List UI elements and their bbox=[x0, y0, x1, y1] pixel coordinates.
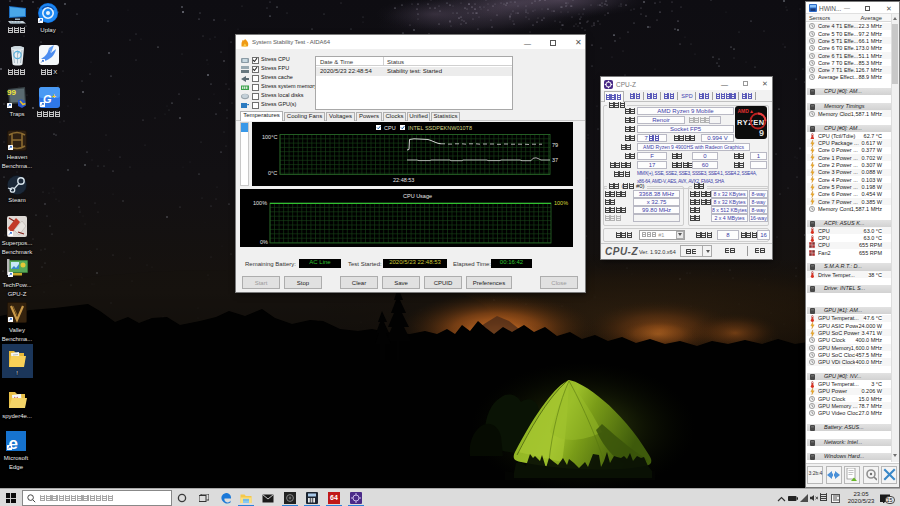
svg-text:22:48:53: 22:48:53 bbox=[393, 177, 414, 183]
svg-text:0°C: 0°C bbox=[268, 170, 277, 176]
svg-text:100°C: 100°C bbox=[262, 134, 277, 140]
svg-text:99: 99 bbox=[7, 88, 16, 97]
svg-text:100%: 100% bbox=[253, 200, 267, 206]
svg-text:AMD▲: AMD▲ bbox=[738, 108, 754, 114]
svg-text:CPU Usage: CPU Usage bbox=[403, 193, 432, 199]
svg-text:79: 79 bbox=[552, 142, 558, 148]
svg-text:100%: 100% bbox=[554, 200, 568, 206]
svg-text:e: e bbox=[9, 434, 18, 453]
svg-text:INTEL SSDPEKNW010T8: INTEL SSDPEKNW010T8 bbox=[408, 125, 472, 131]
svg-text:37: 37 bbox=[552, 157, 558, 163]
svg-text:+: + bbox=[52, 93, 56, 100]
svg-text:CPU: CPU bbox=[384, 125, 396, 131]
svg-text:9: 9 bbox=[759, 128, 764, 138]
svg-text:0%: 0% bbox=[260, 239, 268, 245]
